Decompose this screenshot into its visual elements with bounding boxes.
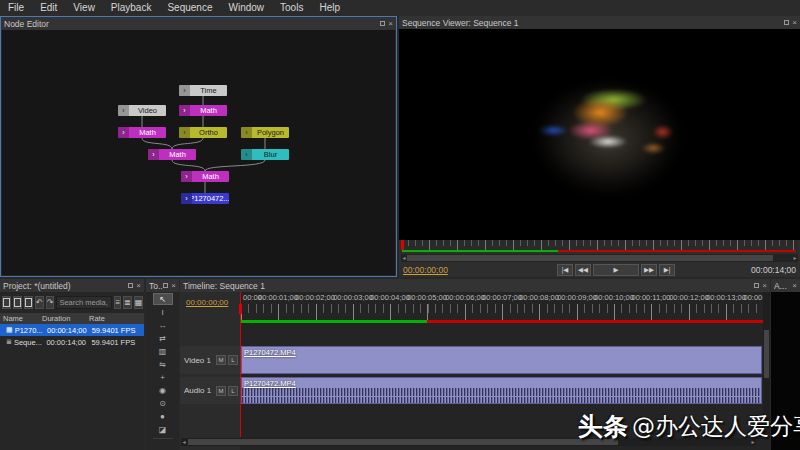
- pointer-tool-button[interactable]: ↖: [153, 293, 173, 305]
- slip-tool-button[interactable]: ⇋: [153, 358, 173, 370]
- save-button[interactable]: [24, 296, 33, 309]
- icon-view-button[interactable]: ▦: [134, 296, 144, 309]
- menu-edit[interactable]: Edit: [32, 0, 65, 16]
- fast-forward-button[interactable]: ▶▶: [641, 264, 657, 276]
- node-video[interactable]: › Video: [118, 105, 166, 116]
- skip-to-end-button[interactable]: ▶|: [659, 264, 675, 276]
- menu-view[interactable]: View: [65, 0, 103, 16]
- timeline-playhead-head[interactable]: [239, 304, 242, 314]
- slide-tool-button[interactable]: +: [153, 371, 173, 383]
- float-icon[interactable]: [380, 21, 385, 26]
- viewer-current-timecode[interactable]: 00:00:00;00: [403, 265, 448, 275]
- redo-button[interactable]: ↷: [46, 296, 55, 309]
- video-clip[interactable]: P1270472.MP4: [241, 346, 762, 374]
- node-expand-icon[interactable]: ›: [181, 193, 192, 204]
- node-expand-icon[interactable]: ›: [181, 171, 192, 182]
- skip-to-start-button[interactable]: |◀: [557, 264, 573, 276]
- close-icon[interactable]: ×: [171, 282, 176, 290]
- node-expand-icon[interactable]: ›: [241, 149, 252, 160]
- close-icon[interactable]: ×: [388, 20, 393, 28]
- node-expand-icon[interactable]: ›: [118, 105, 129, 116]
- new-button[interactable]: [2, 296, 11, 309]
- timeline-current-timecode[interactable]: 00:00:00;00: [186, 298, 228, 307]
- close-icon[interactable]: ×: [792, 19, 797, 27]
- viewer-playhead[interactable]: [401, 240, 404, 250]
- ripple-tool-button[interactable]: ↔: [153, 319, 173, 331]
- timeline-ruler[interactable]: 00:00 00:00:01;00 00:00:02;00 00:00:03;0…: [240, 292, 764, 323]
- float-icon[interactable]: [128, 283, 133, 288]
- mute-button[interactable]: M: [216, 386, 226, 396]
- icon-view-icon: ▦: [135, 298, 143, 307]
- node-expand-icon[interactable]: ›: [148, 149, 159, 160]
- video-track-header[interactable]: Video 1 M L: [180, 346, 240, 374]
- transition-tool-button[interactable]: ◪: [153, 423, 173, 435]
- column-duration[interactable]: Duration: [42, 314, 89, 323]
- menu-playback[interactable]: Playback: [103, 0, 160, 16]
- node-ortho[interactable]: › Ortho: [179, 127, 227, 138]
- play-button[interactable]: ▶: [593, 264, 639, 276]
- search-input[interactable]: [56, 296, 112, 309]
- menu-help[interactable]: Help: [311, 0, 348, 16]
- audio-track-header[interactable]: Audio 1 M L: [180, 377, 240, 404]
- viewer-hscroll-thumb[interactable]: [407, 255, 773, 261]
- viewer-titlebar[interactable]: Sequence Viewer: Sequence 1 ×: [399, 16, 800, 29]
- slide-icon: +: [160, 373, 165, 382]
- node-blur[interactable]: › Blur: [241, 149, 289, 160]
- project-titlebar[interactable]: Project: *(untitled) ×: [0, 279, 144, 292]
- menu-tools[interactable]: Tools: [272, 0, 311, 16]
- mute-button[interactable]: M: [216, 355, 226, 365]
- column-name[interactable]: Name: [0, 314, 42, 323]
- audio-monitor-titlebar[interactable]: A... ×: [771, 279, 800, 292]
- hand-tool-button[interactable]: ◉: [153, 384, 173, 396]
- open-button[interactable]: [13, 296, 22, 309]
- record-tool-button[interactable]: ●: [153, 410, 173, 422]
- float-icon[interactable]: [754, 283, 759, 288]
- audio-clip[interactable]: P1270472.MP4: [241, 377, 762, 404]
- node-polygon[interactable]: › Polygon: [241, 127, 289, 138]
- node-math-2[interactable]: › Math: [118, 127, 166, 138]
- timeline-titlebar[interactable]: Timeline: Sequence 1 ×: [180, 279, 770, 292]
- close-icon[interactable]: ×: [762, 282, 767, 290]
- edit-tool-button[interactable]: I: [153, 306, 173, 318]
- menu-file[interactable]: File: [0, 0, 32, 16]
- rolling-tool-button[interactable]: ⇄: [153, 332, 173, 344]
- zoom-tool-button[interactable]: ⊙: [153, 397, 173, 409]
- menu-sequence[interactable]: Sequence: [159, 0, 220, 16]
- scroll-left-icon[interactable]: ◂: [181, 438, 187, 446]
- node-math-1[interactable]: › Math: [179, 105, 227, 116]
- node-media-output[interactable]: › P1270472....: [181, 193, 229, 204]
- table-row-media[interactable]: ▦ P1270... 00:00:14;00 59.9401 FPS: [0, 324, 144, 336]
- close-icon[interactable]: ×: [792, 282, 797, 290]
- node-expand-icon[interactable]: ›: [118, 127, 129, 138]
- viewer-hscrollbar[interactable]: ◂ ▸: [401, 254, 798, 262]
- viewer-transport-bar: 00:00:00;00 |◀ ◀◀ ▶ ▶▶ ▶| 00:00:14;00: [399, 263, 800, 277]
- table-header[interactable]: Name Duration Rate: [0, 313, 144, 324]
- node-math-3[interactable]: › Math: [148, 149, 196, 160]
- column-rate[interactable]: Rate: [89, 314, 144, 323]
- tools-titlebar[interactable]: To... ×: [146, 279, 179, 292]
- rewind-button[interactable]: ◀◀: [575, 264, 591, 276]
- lock-button[interactable]: L: [228, 355, 238, 365]
- undo-button[interactable]: ↶: [35, 296, 44, 309]
- node-expand-icon[interactable]: ›: [179, 127, 190, 138]
- node-graph-canvas[interactable]: › Time › Video › Math › Math › Ortho › P…: [2, 30, 395, 275]
- table-row-sequence[interactable]: ≣ Seque... 00:00:14;00 59.9401 FPS: [0, 336, 144, 348]
- node-expand-icon[interactable]: ›: [241, 127, 252, 138]
- lock-button[interactable]: L: [228, 386, 238, 396]
- slip-icon: ⇋: [159, 360, 166, 369]
- timeline-vscroll-thumb[interactable]: [764, 330, 769, 378]
- menu-window[interactable]: Window: [220, 0, 272, 16]
- float-icon[interactable]: [784, 20, 789, 25]
- close-icon[interactable]: ×: [136, 282, 141, 290]
- float-icon[interactable]: [163, 283, 168, 288]
- timeline-hscroll-thumb[interactable]: [188, 439, 618, 445]
- node-editor-titlebar[interactable]: Node Editor ×: [1, 17, 396, 30]
- node-time[interactable]: › Time: [179, 85, 227, 96]
- node-expand-icon[interactable]: ›: [179, 105, 190, 116]
- scroll-right-icon[interactable]: ▸: [792, 254, 798, 262]
- node-expand-icon[interactable]: ›: [179, 85, 190, 96]
- node-math-4[interactable]: › Math: [181, 171, 229, 182]
- razor-tool-button[interactable]: ▥: [153, 345, 173, 357]
- tree-view-button[interactable]: ≡: [114, 296, 121, 309]
- list-view-button[interactable]: ≣: [123, 296, 132, 309]
